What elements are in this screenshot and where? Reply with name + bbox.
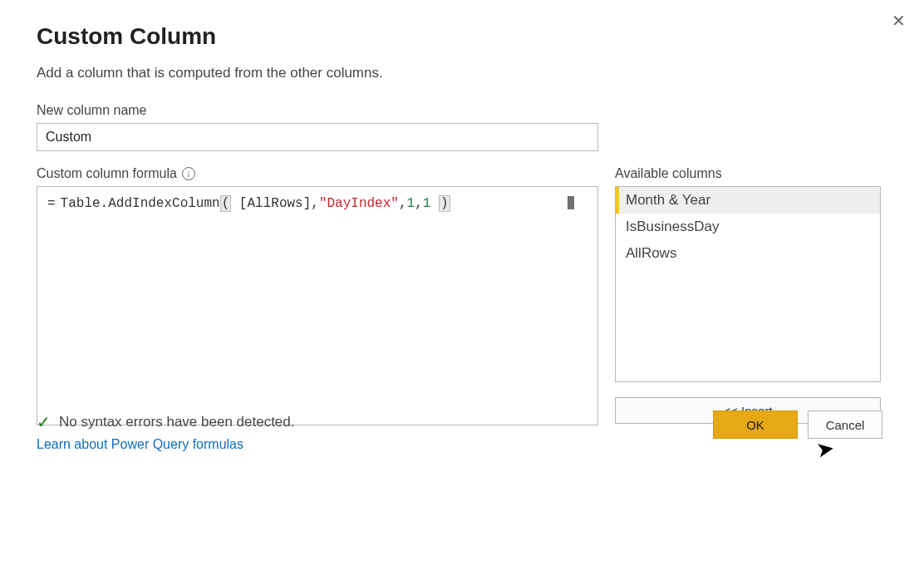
close-icon[interactable] (887, 10, 909, 32)
paren-open: ( (220, 195, 232, 212)
custom-column-dialog: Custom Column Add a column that is compu… (0, 0, 924, 469)
available-columns-list[interactable]: Month & Year IsBusinessDay AllRows (615, 186, 881, 382)
cancel-button[interactable]: Cancel (808, 410, 882, 439)
check-icon: ✓ (37, 414, 51, 430)
dialog-title: Custom Column (37, 23, 887, 50)
formula-label: Custom column formula i (37, 166, 598, 181)
new-column-name-input[interactable] (37, 123, 598, 151)
dialog-subtitle: Add a column that is computed from the o… (37, 65, 887, 81)
paren-close: ) (439, 195, 450, 212)
text-cursor (568, 196, 574, 209)
status-row: ✓ No syntax errors have been detected. (37, 414, 295, 430)
ok-button[interactable]: OK (713, 410, 798, 439)
available-columns-label: Available columns (615, 166, 881, 181)
list-item[interactable]: AllRows (616, 240, 880, 267)
status-message: No syntax errors have been detected. (59, 414, 295, 430)
info-icon[interactable]: i (182, 167, 195, 180)
list-item[interactable]: IsBusinessDay (616, 214, 880, 240)
learn-link[interactable]: Learn about Power Query formulas (37, 437, 598, 452)
formula-editor[interactable]: = Table.AddIndexColumn( [AllRows], "DayI… (37, 186, 598, 425)
new-column-name-label: New column name (37, 103, 887, 118)
list-item[interactable]: Month & Year (616, 187, 880, 214)
